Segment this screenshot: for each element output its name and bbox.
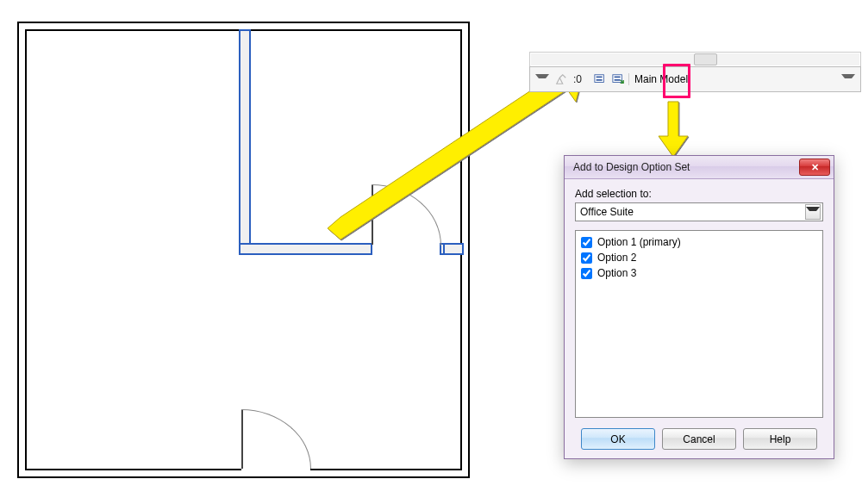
help-button[interactable]: Help xyxy=(743,428,817,450)
option-checkbox[interactable] xyxy=(581,268,592,279)
design-options-icon[interactable] xyxy=(592,72,608,87)
ok-button[interactable]: OK xyxy=(581,428,655,450)
option-checkbox[interactable] xyxy=(581,252,592,264)
dialog-titlebar[interactable]: Add to Design Option Set ✕ xyxy=(565,156,834,179)
option-label: Option 3 xyxy=(597,267,636,279)
svg-rect-3 xyxy=(597,77,603,78)
floor-plan-view[interactable] xyxy=(17,22,470,478)
option-label: Option 2 xyxy=(597,252,636,264)
option-set-value: Office Suite xyxy=(580,206,805,218)
close-icon: ✕ xyxy=(811,163,819,172)
dialog-title-text: Add to Design Option Set xyxy=(573,161,690,173)
design-options-toolbar: :0 Main Model xyxy=(529,66,861,92)
option-label: Option 1 (primary) xyxy=(597,236,681,248)
svg-rect-5 xyxy=(613,75,622,83)
svg-rect-2 xyxy=(595,75,604,83)
selected-wall-vertical[interactable] xyxy=(239,29,251,255)
selected-wall-horizontal-end[interactable] xyxy=(443,243,464,255)
scroll-thumb[interactable] xyxy=(694,53,717,65)
cancel-button-label: Cancel xyxy=(683,433,715,445)
toolbar-dropdown-icon[interactable] xyxy=(535,74,549,85)
list-item[interactable]: Option 1 (primary) xyxy=(581,234,817,250)
ok-button-label: OK xyxy=(610,433,625,445)
dialog-button-row: OK Cancel Help xyxy=(565,421,834,458)
svg-rect-7 xyxy=(615,79,621,81)
combobox-dropdown-button[interactable] xyxy=(805,204,821,220)
close-button[interactable]: ✕ xyxy=(799,159,830,176)
help-button-label: Help xyxy=(770,433,791,445)
active-design-option-value: Main Model xyxy=(634,73,688,85)
options-list[interactable]: Option 1 (primary) Option 2 Option 3 xyxy=(575,230,823,418)
cancel-button[interactable]: Cancel xyxy=(662,428,736,450)
svg-rect-6 xyxy=(615,77,621,78)
add-selection-to-label: Add selection to: xyxy=(575,188,823,200)
svg-rect-4 xyxy=(597,79,603,81)
selection-count-label: :0 xyxy=(573,73,582,85)
option-checkbox[interactable] xyxy=(581,237,592,248)
active-design-option-field[interactable]: Main Model xyxy=(628,73,857,85)
active-design-option-dropdown-icon[interactable] xyxy=(841,74,855,85)
svg-marker-1 xyxy=(659,102,688,157)
editable-only-icon xyxy=(553,72,569,87)
horizontal-scrollbar[interactable] xyxy=(529,52,861,66)
option-set-combobox[interactable]: Office Suite xyxy=(575,202,823,221)
status-bar-fragment: :0 Main Model xyxy=(529,52,861,92)
add-to-design-option-set-dialog: Add to Design Option Set ✕ Add selection… xyxy=(564,155,834,459)
chevron-down-icon xyxy=(806,207,820,218)
add-to-design-option-set-icon[interactable] xyxy=(610,72,626,87)
list-item[interactable]: Option 3 xyxy=(581,265,817,281)
list-item[interactable]: Option 2 xyxy=(581,250,817,265)
